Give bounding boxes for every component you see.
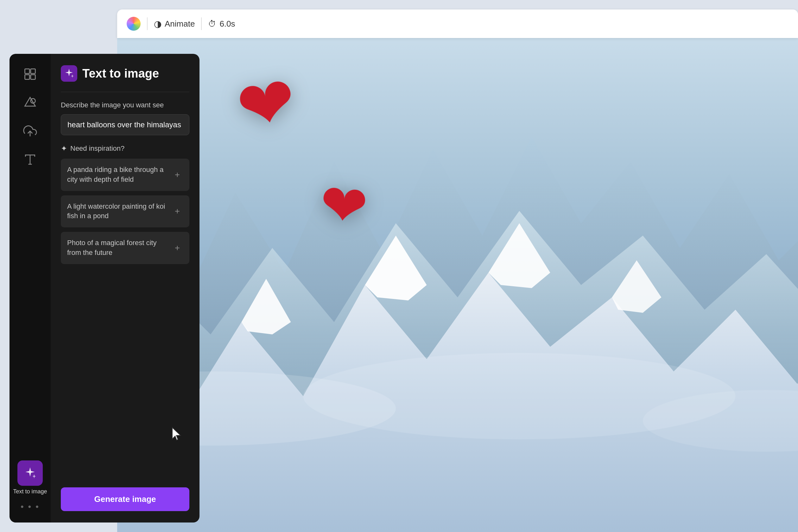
- sidebar-item-shapes[interactable]: [17, 90, 43, 115]
- spark-icon: ✦: [61, 144, 67, 153]
- sidebar-item-upload[interactable]: [17, 118, 43, 144]
- inspiration-text-0: A panda riding a bike through a city wit…: [67, 165, 172, 185]
- inspiration-text-2: Photo of a magical forest city from the …: [67, 238, 172, 258]
- sidebar-item-text[interactable]: [17, 147, 43, 172]
- sidebar-more[interactable]: • • •: [21, 501, 40, 512]
- panel-title: Text to image: [82, 67, 159, 80]
- inspiration-card-2[interactable]: Photo of a magical forest city from the …: [61, 232, 189, 264]
- heart-balloon-small: ❤: [317, 175, 370, 236]
- layout-icon: [23, 67, 37, 81]
- browser-chrome: ◑ Animate ⏱ 6.0s: [117, 10, 798, 38]
- prompt-input[interactable]: [61, 114, 189, 135]
- panel-header: Text to image: [61, 65, 189, 82]
- inspiration-add-2[interactable]: +: [172, 242, 183, 254]
- shapes-icon: [23, 96, 37, 110]
- upload-icon: [23, 124, 37, 138]
- svg-rect-14: [25, 75, 30, 79]
- sidebar: Text to image • • •: [10, 54, 51, 522]
- browser-divider: [147, 17, 148, 30]
- inspiration-label: Need inspiration?: [70, 145, 125, 153]
- describe-label: Describe the image you want see: [61, 101, 189, 109]
- heart-balloon-large: ❤: [232, 65, 301, 144]
- main-image-area: ❤ ❤: [117, 38, 798, 532]
- svg-rect-12: [25, 69, 30, 74]
- mountain-background: [117, 38, 798, 532]
- svg-rect-13: [31, 69, 36, 74]
- animate-control[interactable]: ◑ Animate: [154, 19, 195, 29]
- inspiration-text-1: A light watercolor painting of koi fish …: [67, 202, 172, 221]
- text-to-image-icon: [17, 460, 43, 486]
- app-panel: Text to image • • • Text to image Descri…: [10, 54, 200, 522]
- inspiration-card-0[interactable]: A panda riding a bike through a city wit…: [61, 159, 189, 191]
- inspiration-card-1[interactable]: A light watercolor painting of koi fish …: [61, 195, 189, 228]
- inspiration-add-1[interactable]: +: [172, 206, 183, 217]
- browser-divider-2: [201, 17, 202, 30]
- time-value: 6.0s: [220, 19, 235, 29]
- browser-logo: [127, 17, 140, 31]
- main-content: Text to image Describe the image you wan…: [51, 54, 200, 522]
- time-control[interactable]: ⏱ 6.0s: [208, 19, 235, 29]
- text-icon: [23, 153, 37, 167]
- inspiration-header: ✦ Need inspiration?: [61, 144, 189, 153]
- sidebar-tti-label: Text to image: [12, 488, 48, 495]
- section-divider: [61, 92, 189, 92]
- sidebar-item-layout[interactable]: [17, 61, 43, 87]
- panel-icon: [61, 65, 77, 82]
- generate-button[interactable]: Generate image: [61, 487, 189, 511]
- animate-label: Animate: [165, 19, 195, 29]
- animate-icon: ◑: [154, 19, 162, 29]
- sidebar-item-text-to-image[interactable]: Text to image: [12, 460, 48, 495]
- svg-rect-15: [31, 75, 36, 79]
- inspiration-add-0[interactable]: +: [172, 169, 183, 180]
- clock-icon: ⏱: [208, 19, 216, 29]
